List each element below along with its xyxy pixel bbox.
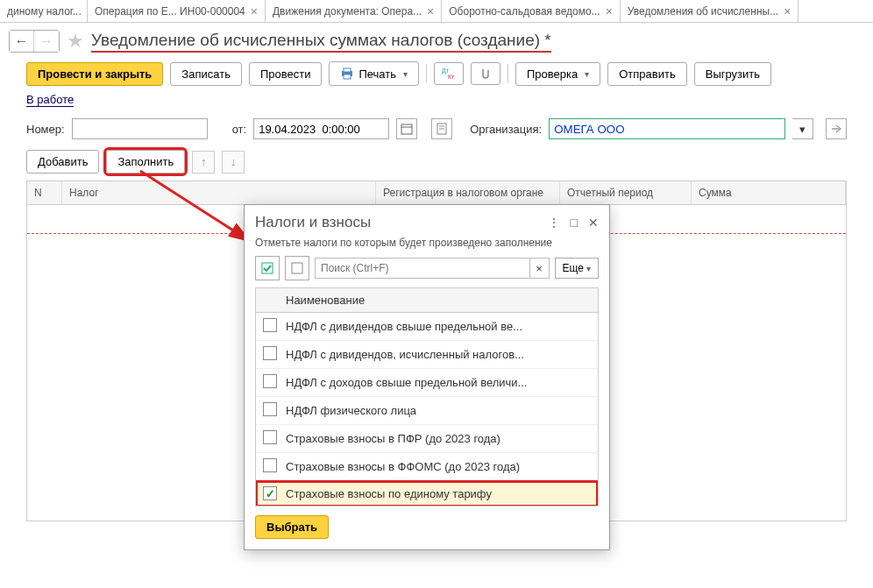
number-label: Номер: [26, 123, 65, 136]
list-item[interactable]: Страховые взносы в ПФР (до 2023 года) [256, 425, 598, 453]
popup-footer: Выбрать [245, 507, 609, 549]
post-button[interactable]: Провести [249, 62, 323, 86]
popup-list-rows[interactable]: НДФЛ с дивидендов свыше предельной ве...… [256, 313, 598, 506]
svg-rect-12 [292, 263, 302, 273]
tab-strip: диному налог...× Операция по Е... ИН00-0… [0, 0, 873, 23]
select-button[interactable]: Выбрать [255, 515, 329, 539]
svg-text:Кт: Кт [448, 74, 455, 80]
org-open-button[interactable] [826, 118, 847, 139]
col-n[interactable]: N [27, 181, 62, 204]
maximize-icon[interactable]: □ [571, 216, 578, 230]
open-icon [829, 122, 843, 136]
tab-label: Операция по Е... ИН00-000004 [95, 5, 245, 18]
item-label: Страховые взносы в ПФР (до 2023 года) [286, 432, 500, 445]
move-up-button[interactable]: ↑ [192, 151, 215, 174]
search-clear-button[interactable]: × [530, 258, 550, 279]
search-input[interactable] [315, 258, 530, 279]
check-all-icon [260, 261, 274, 275]
paperclip-icon [479, 67, 493, 81]
tab-item[interactable]: Движения документа: Опера...× [266, 0, 442, 22]
checkbox[interactable] [263, 318, 277, 332]
write-button[interactable]: Записать [170, 62, 242, 86]
back-button[interactable]: ← [10, 31, 34, 52]
dt-kt-button[interactable]: ДтКт [434, 62, 464, 85]
number-input[interactable] [72, 118, 208, 139]
tab-label: Оборотно-сальдовая ведомо... [449, 5, 600, 18]
popup-subtitle: Отметьте налоги по которым будет произве… [245, 237, 609, 256]
forward-button[interactable]: → [34, 31, 59, 52]
uncheck-all-button[interactable] [285, 256, 309, 280]
item-label: Страховые взносы по единому тарифу [286, 487, 492, 500]
popup-titlebar: Налоги и взносы ⋮ □ ✕ [245, 205, 609, 237]
item-label: НДФЛ с доходов свыше предельной величи..… [286, 376, 527, 389]
list-item[interactable]: НДФЛ физического лица [256, 397, 598, 425]
col-registration[interactable]: Регистрация в налоговом органе [376, 181, 560, 204]
tab-item[interactable]: Оборотно-сальдовая ведомо...× [442, 0, 621, 22]
more-button[interactable]: Еще [555, 258, 599, 279]
calendar-button[interactable] [396, 118, 417, 139]
checkbox[interactable] [263, 458, 277, 472]
checkbox[interactable] [263, 402, 277, 416]
close-icon[interactable]: × [606, 4, 613, 18]
svg-rect-2 [344, 74, 351, 79]
status-link[interactable]: В работе [26, 93, 74, 107]
col-check [263, 294, 286, 307]
separator [507, 64, 508, 83]
checkbox[interactable]: ✓ [263, 486, 277, 500]
organization-input[interactable] [549, 118, 785, 139]
move-down-button[interactable]: ↓ [222, 151, 245, 174]
list-item[interactable]: Страховые взносы в ФФОМС (до 2023 года) [256, 453, 598, 481]
col-tax[interactable]: Налог [62, 181, 376, 204]
check-button[interactable]: Проверка [515, 62, 600, 86]
star-icon[interactable]: ★ [67, 30, 84, 53]
check-all-button[interactable] [255, 256, 280, 280]
org-dropdown-button[interactable]: ▾ [792, 118, 813, 139]
item-label: НДФЛ физического лица [286, 404, 416, 417]
date-label: от: [232, 123, 247, 136]
close-icon[interactable]: × [784, 4, 791, 18]
main-toolbar: Провести и закрыть Записать Провести Печ… [0, 61, 873, 93]
printer-icon [340, 67, 354, 81]
export-button[interactable]: Выгрузить [694, 62, 771, 86]
svg-rect-5 [401, 124, 412, 134]
date-input[interactable] [253, 118, 389, 139]
close-icon[interactable]: × [427, 4, 434, 18]
col-name[interactable]: Наименование [286, 294, 365, 307]
close-icon[interactable]: ✕ [588, 216, 599, 230]
popup-title: Налоги и взносы [255, 214, 371, 231]
svg-rect-1 [344, 68, 351, 72]
sub-toolbar: Добавить Заполнить ↑ ↓ [0, 143, 873, 181]
svg-rect-11 [262, 263, 273, 273]
send-button[interactable]: Отправить [607, 62, 686, 86]
org-label: Организация: [470, 123, 542, 136]
fill-button[interactable]: Заполнить [106, 150, 185, 174]
status-section: В работе [0, 93, 873, 115]
checkbox[interactable] [263, 430, 277, 444]
col-period[interactable]: Отчетный период [560, 181, 692, 204]
separator [426, 64, 427, 83]
tab-item[interactable]: Уведомления об исчисленны...× [621, 0, 799, 22]
col-sum[interactable]: Сумма [692, 181, 846, 204]
tab-item[interactable]: Операция по Е... ИН00-000004× [88, 0, 266, 22]
close-icon[interactable]: × [251, 4, 258, 18]
item-label: НДФЛ с дивидендов, исчисленный налогов..… [286, 348, 524, 361]
uncheck-all-icon [290, 261, 304, 275]
popup-window-controls: ⋮ □ ✕ [548, 216, 599, 230]
check-label: Проверка [527, 67, 578, 81]
ledger-button[interactable] [431, 118, 452, 139]
post-and-close-button[interactable]: Провести и закрыть [26, 62, 163, 86]
tab-item[interactable]: диному налог...× [0, 0, 88, 22]
checkbox[interactable] [263, 346, 277, 360]
attachments-button[interactable] [471, 62, 500, 85]
checkbox[interactable] [263, 374, 277, 388]
kebab-icon[interactable]: ⋮ [548, 216, 560, 230]
list-item[interactable]: НДФЛ с дивидендов, исчисленный налогов..… [256, 341, 598, 369]
list-item[interactable]: ✓Страховые взносы по единому тарифу [256, 481, 598, 506]
add-button[interactable]: Добавить [26, 150, 99, 174]
list-item[interactable]: НДФЛ с дивидендов свыше предельной ве... [256, 313, 598, 341]
popup-list: Наименование НДФЛ с дивидендов свыше пре… [255, 287, 599, 507]
more-label: Еще [563, 262, 584, 274]
list-item[interactable]: НДФЛ с доходов свыше предельной величи..… [256, 369, 598, 397]
print-button[interactable]: Печать [329, 61, 419, 86]
grid-header: N Налог Регистрация в налоговом органе О… [27, 181, 846, 205]
